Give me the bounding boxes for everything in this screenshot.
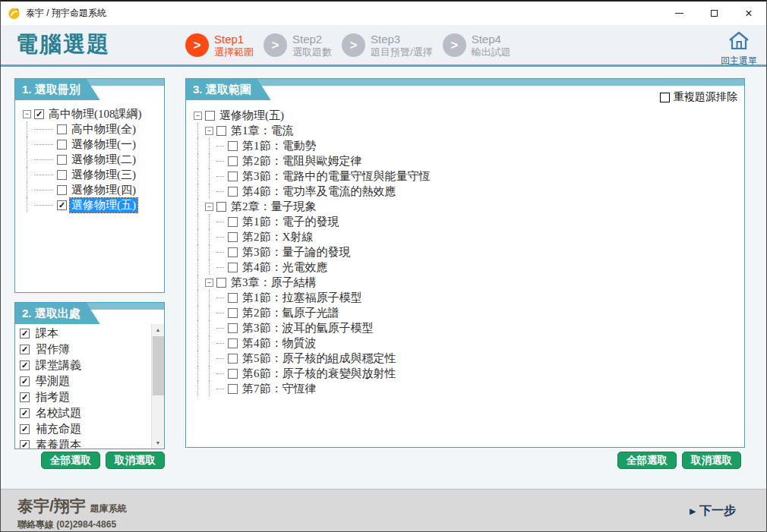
tree-item-label[interactable]: 第3節：電路中的電量守恆與能量守恆 bbox=[241, 169, 432, 184]
checkbox[interactable]: ✓ bbox=[20, 392, 30, 402]
source-item-label[interactable]: 補充命題 bbox=[33, 422, 81, 436]
checkbox[interactable] bbox=[228, 217, 238, 227]
tree-item-label[interactable]: 選修物理(一) bbox=[70, 137, 137, 152]
tree-item-label[interactable]: 第4節：光電效應 bbox=[241, 260, 330, 275]
tree-item-label[interactable]: 選修物理(五) bbox=[218, 109, 286, 123]
checkbox[interactable]: ✓ bbox=[34, 109, 44, 119]
tree-item-label[interactable]: 選修物理(四) bbox=[70, 183, 137, 197]
scroll-up-icon[interactable]: ▲ bbox=[152, 324, 164, 335]
checkbox[interactable] bbox=[228, 141, 238, 151]
source-item-label[interactable]: 名校試題 bbox=[33, 406, 81, 420]
checkbox[interactable] bbox=[57, 124, 67, 134]
source-item-label[interactable]: 學測題 bbox=[33, 374, 70, 389]
source-item[interactable]: ✓名校試題 bbox=[20, 405, 151, 421]
source-item-label[interactable]: 習作簿 bbox=[33, 342, 70, 357]
maximize-button[interactable] bbox=[696, 2, 731, 25]
tree-item-label[interactable]: 選修物理(三) bbox=[70, 168, 137, 182]
checkbox[interactable]: ✓ bbox=[20, 408, 30, 418]
expander-minus-icon[interactable]: − bbox=[205, 203, 213, 211]
checkbox[interactable] bbox=[228, 323, 238, 333]
checkbox[interactable] bbox=[216, 278, 226, 288]
checkbox[interactable] bbox=[228, 263, 238, 272]
tree-guide-line bbox=[197, 138, 205, 153]
checkbox[interactable] bbox=[216, 126, 226, 136]
tree-item-label[interactable]: 選修物理(二) bbox=[70, 153, 137, 167]
tree-item-label[interactable]: 第5節：原子核的組成與穩定性 bbox=[241, 351, 398, 366]
expander-minus-icon[interactable]: − bbox=[23, 110, 31, 118]
source-item-label[interactable]: 素養題本 bbox=[33, 438, 81, 449]
tree-item-label[interactable]: 選修物理(五) bbox=[70, 198, 137, 212]
scope-select-all-button[interactable]: 全部選取 bbox=[617, 452, 677, 469]
checkbox[interactable] bbox=[228, 293, 238, 303]
minimize-button[interactable] bbox=[661, 2, 696, 25]
tree-item-label[interactable]: 第1節：拉塞福原子模型 bbox=[241, 291, 364, 305]
tree-item-label[interactable]: 第4節：電功率及電流的熱效應 bbox=[241, 184, 398, 199]
step-1-label: 選擇範圍 bbox=[214, 46, 254, 58]
checkbox[interactable] bbox=[228, 232, 238, 242]
expander-minus-icon[interactable]: − bbox=[205, 279, 213, 287]
tree-item-label[interactable]: 第2節：電阻與歐姆定律 bbox=[241, 154, 364, 168]
tree-item-label[interactable]: 第3節：波耳的氫原子模型 bbox=[241, 321, 375, 335]
scrollbar[interactable]: ▲ ▼ bbox=[151, 324, 164, 449]
scope-deselect-all-button[interactable]: 取消選取 bbox=[682, 452, 741, 469]
source-item[interactable]: ✓補充命題 bbox=[20, 421, 151, 437]
checkbox[interactable] bbox=[57, 140, 67, 150]
tree-item-label[interactable]: 第3節：量子論的發現 bbox=[241, 245, 352, 260]
tree-item-label[interactable]: 第6節：原子核的衰變與放射性 bbox=[241, 367, 398, 381]
source-item-label[interactable]: 課堂講義 bbox=[33, 358, 81, 373]
checkbox[interactable]: ✓ bbox=[20, 376, 30, 386]
checkbox[interactable] bbox=[228, 172, 238, 181]
home-button[interactable]: 回主選單 bbox=[721, 30, 757, 68]
source-item[interactable]: ✓指考題 bbox=[20, 389, 151, 405]
checkbox[interactable] bbox=[57, 170, 67, 180]
checkbox[interactable]: ✓ bbox=[20, 329, 30, 338]
checkbox[interactable] bbox=[57, 155, 67, 165]
checkbox[interactable] bbox=[228, 384, 238, 394]
tree-item-label[interactable]: 高中物理(全) bbox=[70, 122, 137, 137]
expander-minus-icon[interactable]: − bbox=[194, 112, 202, 120]
checkbox[interactable] bbox=[228, 156, 238, 166]
source-item[interactable]: ✓素養題本 bbox=[20, 437, 151, 449]
checkbox[interactable] bbox=[228, 187, 238, 197]
tree-item-label[interactable]: 第2節：X射線 bbox=[241, 230, 314, 244]
tree-item-label[interactable]: 第2節：氫原子光譜 bbox=[241, 306, 341, 320]
checkbox[interactable] bbox=[228, 354, 238, 364]
tree-item-label[interactable]: 第7節：守恆律 bbox=[241, 382, 318, 396]
source-item[interactable]: ✓課堂講義 bbox=[20, 357, 151, 373]
tree-item-label[interactable]: 第1節：電子的發現 bbox=[241, 215, 341, 229]
source-item[interactable]: ✓課本 bbox=[20, 326, 151, 342]
checkbox[interactable]: ✓ bbox=[20, 440, 30, 449]
scrollbar-thumb[interactable] bbox=[153, 336, 164, 395]
close-button[interactable]: × bbox=[731, 2, 766, 25]
expander-minus-icon[interactable]: − bbox=[205, 127, 213, 135]
source-item[interactable]: ✓學測題 bbox=[20, 373, 151, 389]
next-step-button[interactable]: ▶ 下一步 bbox=[690, 503, 736, 519]
checkbox[interactable] bbox=[57, 185, 67, 195]
checkbox[interactable]: ✓ bbox=[20, 360, 30, 370]
checkbox[interactable] bbox=[228, 247, 238, 257]
tree-item-label[interactable]: 第1節：電動勢 bbox=[241, 139, 318, 153]
tree-item-label[interactable]: 高中物理(108課綱) bbox=[47, 107, 144, 121]
checkbox[interactable] bbox=[216, 202, 226, 212]
tree-item: 高中物理(全) bbox=[23, 121, 161, 137]
tree-item-label[interactable]: 第2章：量子現象 bbox=[229, 200, 318, 214]
step-3-label: 題目預覽/選擇 bbox=[371, 46, 433, 58]
source-item[interactable]: ✓習作簿 bbox=[20, 342, 151, 357]
sources-select-all-button[interactable]: 全部選取 bbox=[41, 452, 100, 469]
sources-deselect-all-button[interactable]: 取消選取 bbox=[106, 452, 165, 469]
checkbox[interactable] bbox=[205, 111, 215, 121]
checkbox[interactable] bbox=[228, 369, 238, 379]
checkbox[interactable]: ✓ bbox=[57, 200, 67, 210]
tree-item-label[interactable]: 第4節：物質波 bbox=[241, 336, 318, 351]
source-item-label[interactable]: 指考題 bbox=[33, 390, 70, 405]
checkbox[interactable] bbox=[228, 308, 238, 318]
checkbox[interactable]: ✓ bbox=[20, 424, 30, 434]
checkbox[interactable]: ✓ bbox=[20, 345, 30, 354]
tree-item: 選修物理(二) bbox=[23, 152, 161, 167]
scroll-down-icon[interactable]: ▼ bbox=[152, 437, 164, 449]
tree-item-label[interactable]: 第3章：原子結構 bbox=[229, 275, 318, 290]
source-item-label[interactable]: 課本 bbox=[33, 326, 58, 341]
tree-item-label[interactable]: 第1章：電流 bbox=[229, 124, 295, 138]
tree-connector bbox=[216, 222, 224, 222]
checkbox[interactable] bbox=[228, 338, 238, 348]
